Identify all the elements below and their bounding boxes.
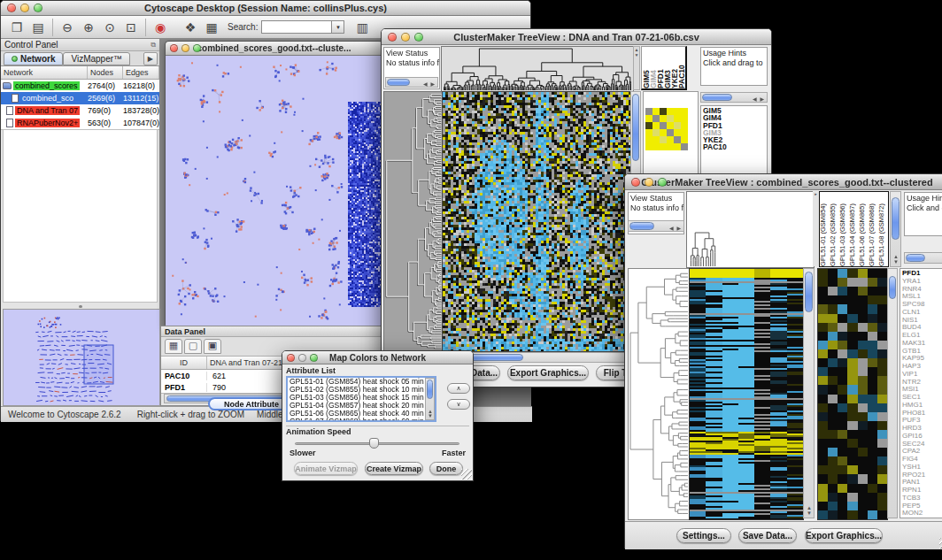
zoom-selected-icon[interactable]: ⊡ [120,19,142,36]
tv2-gene-label[interactable]: PEP5 [902,502,942,510]
tv2-gene-label[interactable]: KAP95 [902,355,942,363]
tv2-gene-label[interactable]: HAP3 [902,363,942,371]
tv2-gene-label[interactable]: MSL1 [902,293,942,301]
import-table-icon[interactable]: ▥ [351,19,373,36]
tv2-heatmap-vscrollbar[interactable]: ▲▼ [803,268,815,518]
attribute-list-item[interactable]: GPL51-07 (GSM868) heat shock 60 min [288,418,435,422]
move-down-button[interactable]: ∨ [447,399,470,410]
minimize-button[interactable] [298,354,306,362]
tv2-gene-label[interactable]: HRD3 [902,425,942,433]
tv2-gene-label[interactable]: ELG1 [902,332,942,340]
attribute-list-vscrollbar[interactable]: ▲▼ [425,378,435,420]
close-button[interactable] [170,44,178,52]
animate-vizmap-button[interactable]: Animate Vizmap [294,462,358,475]
close-button[interactable] [631,178,640,187]
new-network-icon[interactable]: ❖ [180,19,201,36]
attribute-select-icon[interactable]: ▦ [165,339,182,354]
network-table-row[interactable]: combined_scores2764(0)16218(0) [1,80,159,92]
open-session-icon[interactable]: ❐ [6,19,27,36]
tv2-gene-label[interactable]: RPN1 [902,487,942,495]
tv2-status-hscrollbar[interactable]: ◀ ▶ [628,220,684,232]
tv1-status-hscrollbar[interactable]: ◀ ▶ [385,77,438,88]
animation-speed-slider-thumb[interactable] [369,438,379,449]
tv1-column-label[interactable]: GIM3 [664,70,671,88]
tv1-column-label[interactable]: GIM5 [643,70,650,88]
tv2-gene-label[interactable]: CLN1 [902,309,942,317]
tv1-gene-label[interactable]: PAC10 [703,143,765,150]
tv2-gene-label[interactable]: VIP1 [902,371,942,379]
tv2-label-vscrollbar[interactable]: ▲▼ [890,191,901,267]
tv1-column-label[interactable]: YKE2 [671,69,678,88]
tv1-label-scroll-arrows[interactable]: ▲▼ [633,46,640,90]
tv2-column-label[interactable]: GPL51-07 (GSM868) [869,203,878,266]
done-button[interactable]: Done [429,462,463,475]
network-view-titlebar[interactable]: combined_scores_good.txt--cluste... [166,42,382,56]
close-button[interactable] [388,33,397,42]
tv2-gene-label[interactable]: SEC24 [902,441,942,449]
zoom-fit-icon[interactable]: ⊙ [99,19,120,36]
tv2-gene-label[interactable]: NTR2 [902,379,942,387]
tv2-gene-label[interactable]: SPC98 [902,301,942,309]
tv1-export-graphics-button[interactable]: Export Graphics... [507,365,589,380]
tv1-global-heatmap-canvas[interactable] [442,91,631,352]
treeview2-titlebar[interactable]: ClusterMaker TreeView : combined_scores_… [625,174,942,190]
tv2-gene-label[interactable]: TCB3 [902,495,942,502]
tv2-global-heatmap-canvas[interactable] [689,268,804,520]
tv2-zoom-heatmap-canvas[interactable] [817,268,888,520]
tv2-zoom-vscrollbar[interactable] [887,268,898,518]
zoom-out-icon[interactable]: ⊖ [57,19,78,36]
tv2-gene-label[interactable]: PFD1 [902,270,942,278]
tv1-column-dendrogram-canvas[interactable] [441,46,634,92]
zoom-window-button[interactable] [34,4,42,12]
search-input[interactable] [261,20,332,34]
tv2-gene-label[interactable]: CPA2 [902,448,942,456]
tv2-gene-label[interactable]: PAN1 [902,479,942,487]
tv2-settings-button[interactable]: Settings... [676,528,731,543]
tv2-gene-label[interactable]: NIS1 [902,317,942,325]
tab-network[interactable]: Network [4,52,63,65]
tab-vizmapper[interactable]: VizMapper™ [63,52,130,65]
tv2-gene-label[interactable]: SEC1 [902,394,942,402]
tv2-gene-label[interactable]: YSH1 [902,464,942,472]
minimize-button[interactable] [181,44,189,52]
tv2-column-labels[interactable]: GPL51-01 (GSM854)GPL51-02 (GSM855)GPL51-… [819,191,889,267]
tv2-gene-label[interactable]: BUD4 [902,324,942,332]
tv1-column-label[interactable]: GIM4 [650,70,657,88]
resize-grip[interactable] [461,469,472,479]
minimize-button[interactable] [401,33,410,42]
network-table-row[interactable]: RNAPuberNov2+563(0)107847(0) [1,117,159,129]
zoom-window-button[interactable] [193,44,201,52]
tv1-usage-hscrollbar[interactable]: ◀ ▶ [700,92,768,103]
tv2-gene-label[interactable]: YRA1 [902,278,942,286]
close-button[interactable] [7,4,16,12]
minimize-button[interactable] [645,178,653,187]
network-table-row[interactable]: DNA and Tran 07769(0)183728(0) [1,104,159,117]
tv2-column-label[interactable]: GPL51-02 (GSM855) [830,203,839,266]
tv2-gene-label[interactable]: PUF3 [902,417,942,425]
tab-overflow-arrow-icon[interactable]: ▶ [143,52,158,65]
annotation-icon[interactable]: ▦ [201,19,222,36]
tv2-gene-label[interactable]: FIG4 [902,456,942,464]
attribute-list[interactable]: GPL51-01 (GSM854) heat shock 05 minGPL51… [286,376,436,422]
create-attribute-icon[interactable]: ▢ [184,339,202,354]
tv2-gene-label[interactable]: GTB1 [902,348,942,356]
tv2-column-label[interactable]: GPL51-04 (GSM857) [849,203,859,266]
zoom-window-button[interactable] [310,354,318,362]
tv1-gene-dendrogram-canvas[interactable] [383,91,444,352]
tv1-zoom-matrix[interactable] [645,108,688,150]
treeview1-titlebar[interactable]: ClusterMaker TreeView : DNA and Tran 07-… [382,29,771,45]
help-icon[interactable]: ◉ [150,19,171,36]
zoom-window-button[interactable] [414,33,423,42]
tv2-column-label[interactable]: GPL51-01 (GSM854) [820,203,830,266]
tv2-gene-label[interactable]: MON2 [902,510,942,518]
tv2-column-label[interactable]: GPL51-08 (GSM872) [878,203,888,266]
dialog-titlebar[interactable]: Map Colors to Network [282,351,473,364]
tv2-column-dendrogram-canvas[interactable] [686,191,815,268]
network-table-row[interactable]: combined_sco2569(6)13112(15) [1,92,159,104]
move-up-button[interactable]: ∧ [447,383,470,394]
tv2-gene-label[interactable]: PHO81 [902,410,942,418]
network-graph-canvas[interactable] [166,56,382,326]
tv2-gene-label[interactable]: RPO21 [902,472,942,479]
save-session-icon[interactable]: ▤ [27,19,49,36]
tv2-gene-label[interactable]: MAK31 [902,340,942,348]
